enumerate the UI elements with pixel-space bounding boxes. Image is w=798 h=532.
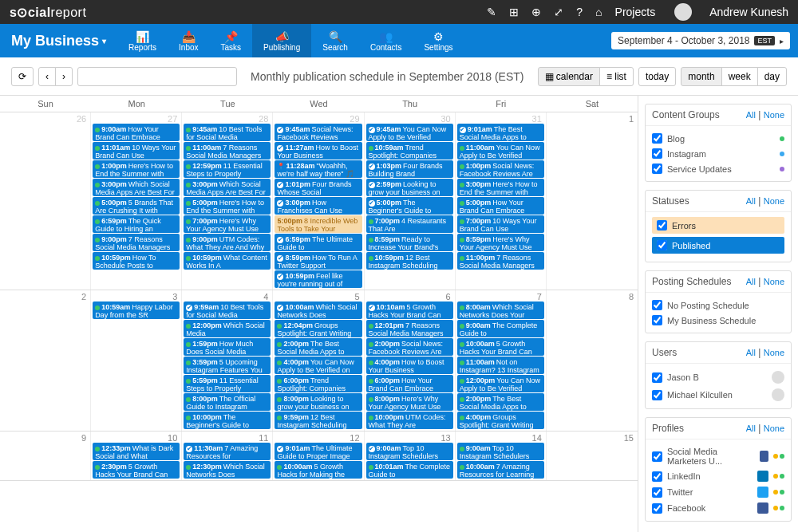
profile-row[interactable]: LinkedIn [652, 468, 784, 484]
calendar-event[interactable]: 9:00amThe Complete Guide to [457, 320, 544, 337]
all-link[interactable]: All [746, 424, 756, 433]
calendar-event[interactable]: 10:00pmUTM Codes: What They Are [366, 412, 453, 429]
today-button[interactable]: today [638, 67, 676, 86]
refresh-button[interactable]: ⟳ [11, 67, 34, 86]
calendar-event[interactable]: 11:00pm7 Reasons Social Media Managers [457, 252, 544, 270]
calendar-event[interactable]: 10:00pmThe Beginner's Guide to [184, 412, 271, 429]
nav-settings[interactable]: ⚙Settings [413, 24, 464, 57]
calendar-day[interactable]: 26 [0, 112, 91, 290]
calendar-day[interactable]: 2 [0, 290, 91, 431]
calendar-event[interactable]: 10:00am5 Growth Hacks for Making the [275, 461, 361, 479]
calendar-event[interactable]: 5:59pm11 Essential Steps to Properly [184, 375, 271, 392]
calendar-day[interactable]: 8 [547, 290, 638, 431]
content-group-row[interactable]: Instagram [652, 146, 784, 161]
calendar-day[interactable]: 299:45amSocial News: Facebook Reviews11:… [273, 112, 364, 290]
week-button[interactable]: week [721, 67, 758, 86]
calendar-event[interactable]: 12:01pm7 Reasons Social Media Managers [366, 320, 453, 337]
content-group-checkbox[interactable] [652, 164, 662, 174]
calendar-event[interactable]: 11:30am7 Amazing Resources for [184, 443, 271, 460]
profile-checkbox[interactable] [652, 487, 662, 498]
none-link[interactable]: None [764, 424, 784, 433]
profile-checkbox[interactable] [652, 503, 662, 514]
profile-row[interactable]: Twitter [652, 484, 784, 500]
month-button[interactable]: month [681, 67, 721, 86]
calendar-event[interactable]: 12:00pmWhich Social Media [184, 320, 271, 337]
calendar-event[interactable]: 3:59pm5 Upcoming Instagram Features You [184, 357, 271, 374]
calendar-event[interactable]: 11:00amYou Can Now Apply to Be Verified [457, 142, 544, 160]
calendar-event[interactable]: 3:00pmWhich Social Media Apps Are Best F… [184, 179, 271, 196]
schedule-row[interactable]: No Posting Schedule [652, 298, 784, 313]
nav-search[interactable]: 🔍Search [311, 24, 359, 57]
calendar-day[interactable]: 310:59amHappy Labor Day from the SR [91, 290, 182, 431]
calendar-day[interactable]: 78:00amWhich Social Networks Does Your9:… [456, 290, 547, 431]
calendar-day[interactable]: 289:45am10 Best Tools for Social Media11… [182, 112, 273, 290]
calendar-event[interactable]: 7:00pm10 Ways Your Brand Can Use [457, 215, 544, 233]
calendar-event[interactable]: 9:01amThe Best Social Media Apps to [457, 124, 544, 141]
calendar-event[interactable]: 9:45amYou Can Now Apply to Be Verified [366, 124, 453, 141]
expand-icon[interactable]: ⤢ [554, 6, 563, 18]
calendar-day[interactable]: 279:00amHow Your Brand Can Embrace11:01a… [91, 112, 182, 290]
calendar-event[interactable]: 7:00pmHere's Why Your Agency Must Use [184, 215, 271, 233]
calendar-event[interactable]: 11:00amNot on Instagram? 13 Instagram [457, 357, 544, 374]
calendar-event[interactable]: 10:59pmHow To Schedule Posts to [93, 252, 180, 270]
calendar-event[interactable]: 8:00pmThe Official Guide to Instagram [184, 393, 271, 411]
calendar-icon[interactable]: ⊞ [509, 6, 519, 18]
help-icon[interactable]: ? [576, 6, 583, 18]
calendar-event[interactable]: 3:00pmHere's How to End the Summer with [457, 179, 544, 196]
nav-reports[interactable]: 📊Reports [117, 24, 168, 57]
calendar-event[interactable]: 8:00pmLooking to grow your business on [275, 393, 361, 411]
profile-row[interactable]: Social Media Marketers U... [652, 444, 784, 468]
calendar-event[interactable]: 6:00pmHow Your Brand Can Embrace [366, 375, 453, 392]
status-published[interactable]: Published [652, 237, 784, 254]
calendar-event[interactable]: 12:59pm11 Essential Steps to Properly [184, 160, 271, 178]
calendar-event[interactable]: 2:00pmThe Best Social Media Apps to [457, 393, 544, 411]
calendar-event[interactable]: 5:00pmHere's How to End the Summer with [184, 197, 271, 215]
user-row[interactable]: Jason B [652, 368, 784, 386]
calendar-event[interactable]: 8:59pmReady to Increase Your Brand's [366, 234, 453, 251]
calendar-event[interactable]: 1:00pmHere's How to End the Summer with [93, 160, 180, 178]
business-selector[interactable]: My Business▾ [0, 24, 117, 57]
date-range-picker[interactable]: September 4 - October 3, 2018 EST ▸ [611, 32, 790, 49]
content-group-checkbox[interactable] [652, 148, 662, 159]
user-row[interactable]: Michael Kilcullen [652, 386, 784, 404]
calendar-event[interactable]: 10:00am7 Amazing Resources for Learning [457, 461, 544, 479]
calendar-event[interactable]: 10:59amTrend Spotlight: Companies [366, 142, 453, 160]
calendar-day[interactable]: 1111:30am7 Amazing Resources for12:30pmW… [182, 432, 273, 480]
calendar-event[interactable]: 2:00pmThe Best Social Media Apps to [275, 338, 361, 356]
all-link[interactable]: All [746, 110, 756, 120]
none-link[interactable]: None [764, 196, 784, 206]
calendar-event[interactable]: 8:00amWhich Social Networks Does Your [457, 301, 544, 319]
calendar-event[interactable]: 12:04pmGroups Spotlight: Grant Writing [275, 320, 361, 337]
status-errors[interactable]: Errors [652, 217, 784, 234]
calendar-day[interactable]: 49:59am10 Best Tools for Social Media12:… [182, 290, 273, 431]
prev-button[interactable]: ‹ [38, 67, 56, 86]
calendar-event[interactable]: 2:00pmSocial News: Facebook Reviews Are [366, 338, 453, 356]
next-button[interactable]: › [55, 67, 73, 86]
calendar-event[interactable]: 9:01amThe Ultimate Guide to Proper Image [275, 443, 361, 460]
content-group-row[interactable]: Service Updates [652, 161, 784, 176]
calendar-day[interactable]: 319:01amThe Best Social Media Apps to11:… [456, 112, 547, 290]
calendar-event[interactable]: 9:00pmUTM Codes: What They Are And Why [184, 234, 271, 251]
compose-icon[interactable]: ✎ [487, 6, 496, 18]
calendar-event[interactable]: 7:00pm4 Restaurants That Are [366, 215, 453, 233]
content-group-row[interactable]: Blog [652, 131, 784, 146]
calendar-event[interactable]: 1:00pmSocial News: Facebook Reviews Are [457, 160, 544, 178]
avatar[interactable] [674, 3, 692, 21]
calendar-event[interactable]: 1:03pmFour Brands Building Brand [366, 160, 453, 178]
calendar-event[interactable]: 5:00pm8 Incredible Web Tools to Take You… [275, 215, 361, 233]
status-errors-checkbox[interactable] [657, 220, 667, 231]
calendar-event[interactable]: 9:00pm7 Reasons Social Media Managers [93, 234, 180, 251]
calendar-event[interactable]: 12:00pmYou Can Now Apply to Be Verified [457, 375, 544, 392]
calendar-event[interactable]: 8:59pmHere's Why Your Agency Must Use [457, 234, 544, 251]
calendar-event[interactable]: 2:59pmLooking to grow your business on [366, 179, 453, 196]
calendar-event[interactable]: 8:00pmHere's Why Your Agency Must Use [366, 393, 453, 411]
calendar-event[interactable]: 4:00pmGroups Spotlight: Grant Writing [457, 412, 544, 429]
calendar-event[interactable]: 3:00pmWhich Social Media Apps Are Best F… [93, 179, 180, 196]
calendar-day[interactable]: 309:45amYou Can Now Apply to Be Verified… [365, 112, 456, 290]
none-link[interactable]: None [764, 110, 784, 120]
search-input[interactable] [77, 67, 237, 86]
calendar-event[interactable]: 11:27amHow to Boost Your Business [275, 142, 361, 160]
calendar-event[interactable]: 9:45amSocial News: Facebook Reviews [275, 124, 361, 141]
calendar-event[interactable]: 11:01am10 Ways Your Brand Can Use [93, 142, 180, 160]
calendar-day[interactable]: 1 [547, 112, 638, 290]
